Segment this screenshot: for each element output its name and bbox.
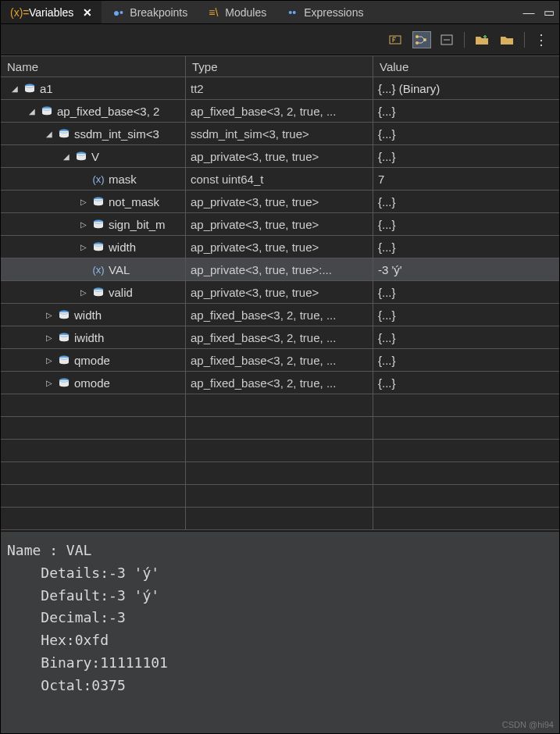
collapse-icon[interactable]: ◢ <box>45 130 54 138</box>
expand-icon[interactable]: ▷ <box>45 379 54 387</box>
table-row[interactable]: ▷omodeap_fixed_base<3, 2, true, ...{...} <box>1 372 559 394</box>
collapse-icon[interactable]: ◢ <box>10 84 20 93</box>
tree-icon <box>414 34 430 46</box>
cell-value: {...} <box>373 304 559 326</box>
struct-icon <box>40 105 54 117</box>
table-row[interactable]: ◢ssdm_int_sim<3ssdm_int_sim<3, true>{...… <box>1 123 559 145</box>
open-folder-button[interactable] <box>498 31 516 48</box>
variable-name: iwidth <box>74 331 104 344</box>
minimize-icon[interactable]: — <box>519 1 539 23</box>
show-type-names-button[interactable] <box>387 31 406 48</box>
table-row-empty <box>1 440 559 462</box>
svg-point-1 <box>416 35 419 38</box>
cell-value: {...} <box>373 100 559 122</box>
table-row-empty <box>1 417 559 440</box>
toolbar-separator <box>524 32 525 48</box>
cell-name: (x)VAL <box>1 258 186 280</box>
variables-icon: (x)= <box>10 6 24 19</box>
table-row[interactable]: ▷iwidthap_fixed_base<3, 2, true, ...{...… <box>1 326 559 349</box>
variable-name: VAL <box>109 263 130 276</box>
cell-type: ap_fixed_base<3, 2, true, ... <box>186 326 373 348</box>
collapse-icon[interactable]: ◢ <box>27 107 37 116</box>
cell-name: ▷iwidth <box>1 326 186 348</box>
cell-value: {...} (Binary) <box>373 77 559 99</box>
variable-name: sign_bit_m <box>109 218 166 231</box>
table-row[interactable]: ◢ap_fixed_base<3, 2ap_fixed_base<3, 2, t… <box>1 100 559 123</box>
cell-value: {...} <box>373 213 559 235</box>
expand-icon[interactable]: ▷ <box>45 333 54 342</box>
table-row[interactable]: ▷widthap_fixed_base<3, 2, true, ...{...} <box>1 304 559 326</box>
variable-name: ssdm_int_sim<3 <box>74 127 159 141</box>
maximize-icon[interactable]: ▭ <box>539 1 559 23</box>
cell-value: 7 <box>373 168 559 190</box>
expand-icon[interactable]: ▷ <box>79 198 88 206</box>
close-icon[interactable]: ✕ <box>83 6 92 19</box>
expand-icon[interactable]: ▷ <box>45 311 54 319</box>
cell-type: const uint64_t <box>186 168 373 190</box>
table-row[interactable]: (x)maskconst uint64_t7 <box>1 168 559 191</box>
table-row[interactable]: ▷sign_bit_map_private<3, true, true>{...… <box>1 213 559 236</box>
variable-name: ap_fixed_base<3, 2 <box>57 105 159 118</box>
cell-value: {...} <box>373 326 559 348</box>
table-header: Name Type Value <box>1 55 559 77</box>
show-logical-structure-button[interactable] <box>412 31 431 48</box>
variables-table: Name Type Value ◢a1tt2{...} (Binary)◢ap_… <box>1 55 559 530</box>
tab-label: Breakpoints <box>130 6 187 19</box>
field-icon: (x) <box>91 173 105 185</box>
collapse-icon <box>440 34 454 46</box>
collapse-all-button[interactable] <box>437 31 456 48</box>
table-row[interactable]: (x)VALap_private<3, true, true>:...-3 'ý… <box>1 258 559 281</box>
cell-name: ▷valid <box>1 281 186 303</box>
table-row[interactable]: ◢a1tt2{...} (Binary) <box>1 77 559 100</box>
expand-icon[interactable]: ▷ <box>79 243 88 251</box>
detail-lines: Details:-3 'ý' Default:-3 'ý' Decimal:-3… <box>7 562 553 697</box>
cell-name: ▷qmode <box>1 349 186 371</box>
variable-name: omode <box>74 376 110 390</box>
variable-name: qmode <box>74 354 110 367</box>
variable-name: mask <box>109 173 137 186</box>
tab-variables[interactable]: (x)= Variables ✕ <box>1 1 102 23</box>
table-row[interactable]: ▷widthap_private<3, true, true>{...} <box>1 236 559 258</box>
tab-modules[interactable]: ≡\ Modules <box>197 1 276 23</box>
tab-label: Variables <box>29 6 73 19</box>
column-header-name[interactable]: Name <box>1 56 186 77</box>
cell-type: ap_private<3, true, true> <box>186 191 373 212</box>
cell-value: {...} <box>373 349 559 371</box>
struct-icon <box>91 218 105 230</box>
table-row[interactable]: ◢Vap_private<3, true, true>{...} <box>1 145 559 168</box>
variable-name: not_mask <box>109 195 159 208</box>
view-menu-button[interactable]: ⋮ <box>533 31 551 48</box>
cell-type: ap_private<3, true, true>:... <box>186 258 373 280</box>
expand-icon[interactable]: ▷ <box>79 220 88 229</box>
cell-type: ap_private<3, true, true> <box>186 145 373 167</box>
cell-name: ◢ap_fixed_base<3, 2 <box>1 100 186 122</box>
cell-value: {...} <box>373 123 559 144</box>
cell-name: ▷omode <box>1 372 186 394</box>
struct-icon <box>23 82 37 94</box>
cell-value: {...} <box>373 236 559 258</box>
tab-expressions[interactable]: •• Expressions <box>276 1 373 23</box>
struct-icon <box>91 286 105 298</box>
column-header-type[interactable]: Type <box>186 56 373 77</box>
watermark: CSDN @hi94 <box>502 720 554 729</box>
table-row[interactable]: ▷qmodeap_fixed_base<3, 2, true, ...{...} <box>1 349 559 372</box>
cell-name: (x)mask <box>1 168 186 190</box>
details-pane: Name : VAL Details:-3 'ý' Default:-3 'ý'… <box>1 530 559 733</box>
cell-value: {...} <box>373 145 559 167</box>
column-header-value[interactable]: Value <box>373 56 559 77</box>
cell-value: {...} <box>373 281 559 303</box>
collapse-icon[interactable]: ◢ <box>62 152 71 161</box>
cell-name: ◢V <box>1 145 186 167</box>
detail-name-value: VAL <box>66 542 92 558</box>
expressions-icon: •• <box>285 6 299 19</box>
table-row[interactable]: ▷validap_private<3, true, true>{...} <box>1 281 559 304</box>
table-row[interactable]: ▷not_maskap_private<3, true, true>{...} <box>1 191 559 213</box>
toolbar-separator <box>464 32 465 48</box>
cell-type: ap_private<3, true, true> <box>186 213 373 235</box>
expand-icon[interactable]: ▷ <box>45 356 54 365</box>
tab-breakpoints[interactable]: ●• Breakpoints <box>102 1 197 23</box>
struct-icon <box>57 308 71 321</box>
struct-icon <box>74 150 88 162</box>
new-watch-button[interactable] <box>473 31 491 48</box>
expand-icon[interactable]: ▷ <box>79 288 88 297</box>
